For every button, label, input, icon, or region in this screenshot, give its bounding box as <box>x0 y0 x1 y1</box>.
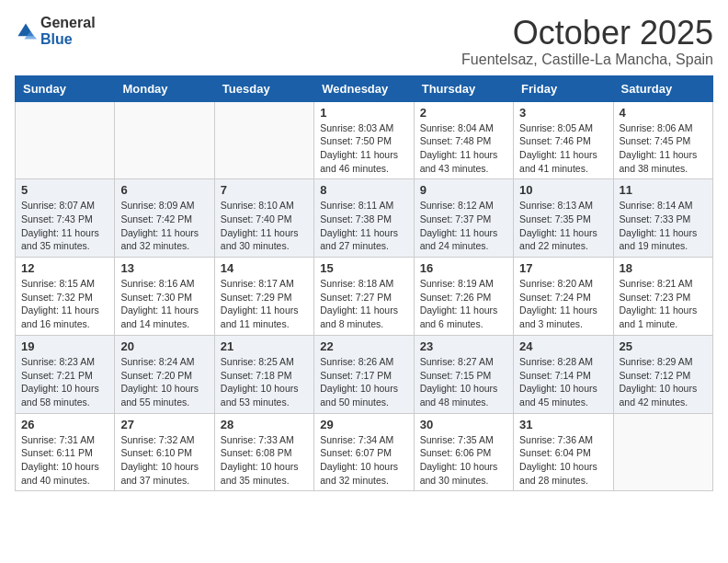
day-number: 22 <box>320 339 407 353</box>
day-number: 12 <box>21 261 108 275</box>
day-info: Sunrise: 8:21 AMSunset: 7:23 PMDaylight:… <box>620 277 707 331</box>
calendar-cell: 18Sunrise: 8:21 AMSunset: 7:23 PMDayligh… <box>613 258 712 336</box>
day-number: 30 <box>420 418 507 431</box>
day-number: 17 <box>519 261 607 275</box>
day-info: Sunrise: 8:15 AMSunset: 7:32 PMDaylight:… <box>21 277 108 331</box>
day-info: Sunrise: 8:29 AMSunset: 7:12 PMDaylight:… <box>620 355 707 409</box>
calendar-week-row: 26Sunrise: 7:31 AMSunset: 6:11 PMDayligh… <box>16 413 713 491</box>
logo: General Blue <box>15 15 96 48</box>
calendar-table: SundayMondayTuesdayWednesdayThursdayFrid… <box>15 75 713 492</box>
title-section: October 2025 Fuentelsaz, Castille-La Man… <box>461 15 713 68</box>
day-number: 21 <box>221 339 308 353</box>
day-info: Sunrise: 8:26 AMSunset: 7:17 PMDaylight:… <box>320 355 407 409</box>
day-info: Sunrise: 8:12 AMSunset: 7:37 PMDaylight:… <box>420 199 507 253</box>
day-number: 20 <box>120 339 208 353</box>
day-number: 31 <box>519 418 607 431</box>
day-number: 7 <box>221 183 308 197</box>
calendar-cell: 24Sunrise: 8:28 AMSunset: 7:14 PMDayligh… <box>514 335 613 413</box>
calendar-week-row: 5Sunrise: 8:07 AMSunset: 7:43 PMDaylight… <box>16 179 713 258</box>
calendar-cell: 14Sunrise: 8:17 AMSunset: 7:29 PMDayligh… <box>214 258 313 336</box>
day-number: 1 <box>320 106 407 120</box>
day-number: 4 <box>620 106 707 120</box>
logo-blue: Blue <box>40 31 73 47</box>
day-info: Sunrise: 8:17 AMSunset: 7:29 PMDaylight:… <box>221 277 308 331</box>
day-info: Sunrise: 8:04 AMSunset: 7:48 PMDaylight:… <box>420 121 507 176</box>
calendar-cell <box>613 413 712 491</box>
day-info: Sunrise: 8:23 AMSunset: 7:21 PMDaylight:… <box>21 355 108 409</box>
day-info: Sunrise: 7:34 AMSunset: 6:07 PMDaylight:… <box>320 433 407 488</box>
calendar-cell: 19Sunrise: 8:23 AMSunset: 7:21 PMDayligh… <box>16 335 115 413</box>
day-info: Sunrise: 7:31 AMSunset: 6:11 PMDaylight:… <box>21 433 108 488</box>
day-info: Sunrise: 7:36 AMSunset: 6:04 PMDaylight:… <box>519 433 607 488</box>
day-number: 27 <box>120 418 208 431</box>
page-header: General Blue October 2025 Fuentelsaz, Ca… <box>15 15 713 68</box>
day-info: Sunrise: 8:18 AMSunset: 7:27 PMDaylight:… <box>320 277 407 331</box>
calendar-cell: 21Sunrise: 8:25 AMSunset: 7:18 PMDayligh… <box>214 335 313 413</box>
day-number: 23 <box>420 339 507 353</box>
calendar-cell: 12Sunrise: 8:15 AMSunset: 7:32 PMDayligh… <box>16 258 115 336</box>
weekday-header: Tuesday <box>214 75 313 101</box>
weekday-header: Saturday <box>613 75 712 101</box>
day-number: 29 <box>320 418 407 431</box>
calendar-cell: 20Sunrise: 8:24 AMSunset: 7:20 PMDayligh… <box>115 335 214 413</box>
calendar-cell: 30Sunrise: 7:35 AMSunset: 6:06 PMDayligh… <box>414 413 513 491</box>
weekday-header: Monday <box>115 75 214 101</box>
calendar-cell: 8Sunrise: 8:11 AMSunset: 7:38 PMDaylight… <box>314 179 414 258</box>
day-number: 5 <box>21 183 108 197</box>
day-number: 8 <box>320 183 407 197</box>
day-info: Sunrise: 8:28 AMSunset: 7:14 PMDaylight:… <box>519 355 607 409</box>
calendar-cell: 5Sunrise: 8:07 AMSunset: 7:43 PMDaylight… <box>16 179 115 258</box>
calendar-cell <box>214 101 313 179</box>
day-number: 16 <box>420 261 507 275</box>
calendar-week-row: 12Sunrise: 8:15 AMSunset: 7:32 PMDayligh… <box>16 258 713 336</box>
day-number: 11 <box>620 183 707 197</box>
calendar-week-row: 19Sunrise: 8:23 AMSunset: 7:21 PMDayligh… <box>16 335 713 413</box>
calendar-cell: 1Sunrise: 8:03 AMSunset: 7:50 PMDaylight… <box>314 101 414 179</box>
calendar-cell: 3Sunrise: 8:05 AMSunset: 7:46 PMDaylight… <box>514 101 613 179</box>
calendar-cell: 16Sunrise: 8:19 AMSunset: 7:26 PMDayligh… <box>414 258 513 336</box>
calendar-cell: 25Sunrise: 8:29 AMSunset: 7:12 PMDayligh… <box>613 335 712 413</box>
calendar-cell <box>16 101 115 179</box>
day-info: Sunrise: 8:24 AMSunset: 7:20 PMDaylight:… <box>120 355 208 409</box>
day-info: Sunrise: 8:16 AMSunset: 7:30 PMDaylight:… <box>120 277 208 331</box>
location-title: Fuentelsaz, Castille-La Mancha, Spain <box>461 52 713 68</box>
day-number: 2 <box>420 106 507 120</box>
calendar-cell: 10Sunrise: 8:13 AMSunset: 7:35 PMDayligh… <box>514 179 613 258</box>
day-info: Sunrise: 8:06 AMSunset: 7:45 PMDaylight:… <box>620 121 707 176</box>
day-info: Sunrise: 8:07 AMSunset: 7:43 PMDaylight:… <box>21 199 108 253</box>
day-info: Sunrise: 8:19 AMSunset: 7:26 PMDaylight:… <box>420 277 507 331</box>
day-info: Sunrise: 8:14 AMSunset: 7:33 PMDaylight:… <box>620 199 707 253</box>
calendar-cell: 23Sunrise: 8:27 AMSunset: 7:15 PMDayligh… <box>414 335 513 413</box>
weekday-header: Sunday <box>16 75 115 101</box>
calendar-cell: 4Sunrise: 8:06 AMSunset: 7:45 PMDaylight… <box>613 101 712 179</box>
day-number: 3 <box>519 106 607 120</box>
day-number: 10 <box>519 183 607 197</box>
calendar-cell: 28Sunrise: 7:33 AMSunset: 6:08 PMDayligh… <box>214 413 313 491</box>
weekday-header: Friday <box>514 75 613 101</box>
calendar-cell: 6Sunrise: 8:09 AMSunset: 7:42 PMDaylight… <box>115 179 214 258</box>
weekday-header: Wednesday <box>314 75 414 101</box>
day-info: Sunrise: 8:11 AMSunset: 7:38 PMDaylight:… <box>320 199 407 253</box>
day-number: 6 <box>120 183 208 197</box>
day-info: Sunrise: 8:27 AMSunset: 7:15 PMDaylight:… <box>420 355 507 409</box>
day-info: Sunrise: 8:09 AMSunset: 7:42 PMDaylight:… <box>120 199 208 253</box>
day-number: 19 <box>21 339 108 353</box>
day-number: 18 <box>620 261 707 275</box>
day-number: 9 <box>420 183 507 197</box>
day-number: 13 <box>120 261 208 275</box>
month-title: October 2025 <box>461 15 713 52</box>
calendar-cell: 13Sunrise: 8:16 AMSunset: 7:30 PMDayligh… <box>115 258 214 336</box>
day-info: Sunrise: 8:03 AMSunset: 7:50 PMDaylight:… <box>320 121 407 176</box>
day-number: 14 <box>221 261 308 275</box>
logo-general: General <box>40 15 96 30</box>
calendar-cell: 15Sunrise: 8:18 AMSunset: 7:27 PMDayligh… <box>314 258 414 336</box>
weekday-header-row: SundayMondayTuesdayWednesdayThursdayFrid… <box>16 75 713 101</box>
day-number: 26 <box>21 418 108 431</box>
calendar-cell <box>115 101 214 179</box>
day-info: Sunrise: 8:20 AMSunset: 7:24 PMDaylight:… <box>519 277 607 331</box>
day-info: Sunrise: 7:33 AMSunset: 6:08 PMDaylight:… <box>221 433 308 488</box>
calendar-cell: 11Sunrise: 8:14 AMSunset: 7:33 PMDayligh… <box>613 179 712 258</box>
logo-icon <box>15 20 37 42</box>
calendar-cell: 26Sunrise: 7:31 AMSunset: 6:11 PMDayligh… <box>16 413 115 491</box>
day-number: 24 <box>519 339 607 353</box>
